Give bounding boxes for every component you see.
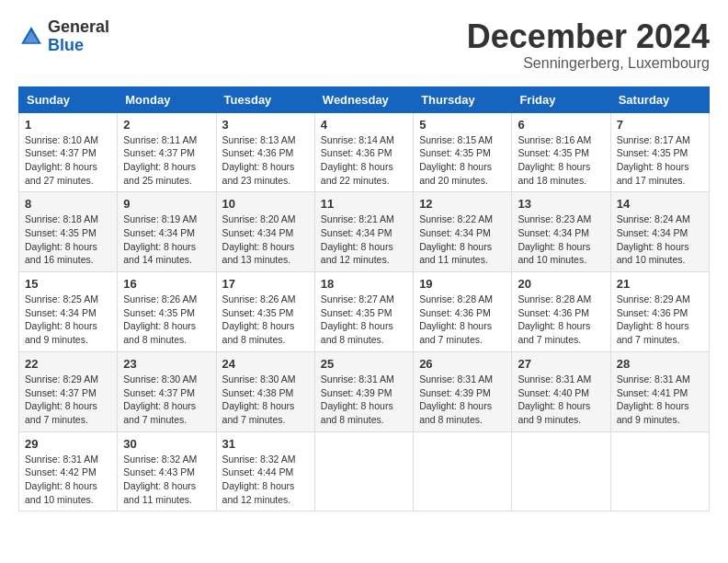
day-number: 10 [222, 197, 309, 211]
day-cell [314, 431, 413, 511]
day-info: Sunrise: 8:19 AMSunset: 4:34 PMDaylight:… [123, 213, 210, 267]
day-cell: 17Sunrise: 8:26 AMSunset: 4:35 PMDayligh… [216, 272, 314, 352]
day-cell: 4Sunrise: 8:14 AMSunset: 4:36 PMDaylight… [314, 112, 413, 192]
day-cell: 25Sunrise: 8:31 AMSunset: 4:39 PMDayligh… [314, 351, 413, 431]
month-title: December 2024 [467, 18, 710, 55]
day-cell: 2Sunrise: 8:11 AMSunset: 4:37 PMDaylight… [118, 112, 216, 192]
day-number: 1 [25, 118, 111, 132]
week-row-2: 8Sunrise: 8:18 AMSunset: 4:35 PMDaylight… [19, 192, 710, 272]
day-number: 17 [222, 277, 309, 291]
day-info: Sunrise: 8:31 AMSunset: 4:39 PMDaylight:… [321, 373, 407, 427]
day-info: Sunrise: 8:14 AMSunset: 4:36 PMDaylight:… [321, 133, 407, 188]
header-wednesday: Wednesday [314, 86, 413, 112]
day-number: 4 [321, 118, 407, 132]
day-info: Sunrise: 8:31 AMSunset: 4:39 PMDaylight:… [419, 373, 506, 427]
day-info: Sunrise: 8:21 AMSunset: 4:34 PMDaylight:… [321, 213, 407, 267]
day-number: 7 [617, 118, 703, 132]
day-cell: 21Sunrise: 8:29 AMSunset: 4:36 PMDayligh… [610, 272, 709, 352]
day-cell: 27Sunrise: 8:31 AMSunset: 4:40 PMDayligh… [512, 351, 610, 431]
day-info: Sunrise: 8:20 AMSunset: 4:34 PMDaylight:… [222, 213, 309, 267]
day-number: 8 [25, 197, 111, 211]
day-info: Sunrise: 8:31 AMSunset: 4:41 PMDaylight:… [617, 373, 703, 427]
day-cell: 18Sunrise: 8:27 AMSunset: 4:35 PMDayligh… [314, 272, 413, 352]
day-cell: 24Sunrise: 8:30 AMSunset: 4:38 PMDayligh… [216, 351, 314, 431]
header-thursday: Thursday [414, 86, 512, 112]
day-info: Sunrise: 8:16 AMSunset: 4:35 PMDaylight:… [518, 133, 604, 188]
day-number: 2 [123, 118, 210, 132]
day-cell: 10Sunrise: 8:20 AMSunset: 4:34 PMDayligh… [216, 192, 314, 272]
location-subtitle: Senningerberg, Luxembourg [467, 55, 710, 72]
day-info: Sunrise: 8:23 AMSunset: 4:34 PMDaylight:… [518, 213, 604, 267]
day-info: Sunrise: 8:32 AMSunset: 4:44 PMDaylight:… [222, 453, 309, 507]
day-cell: 30Sunrise: 8:32 AMSunset: 4:43 PMDayligh… [118, 431, 216, 511]
day-info: Sunrise: 8:30 AMSunset: 4:37 PMDaylight:… [123, 373, 210, 427]
day-info: Sunrise: 8:15 AMSunset: 4:35 PMDaylight:… [419, 133, 506, 188]
day-info: Sunrise: 8:29 AMSunset: 4:36 PMDaylight:… [617, 293, 703, 347]
day-number: 23 [123, 357, 210, 371]
header-friday: Friday [512, 86, 610, 112]
day-number: 24 [222, 357, 309, 371]
day-info: Sunrise: 8:30 AMSunset: 4:38 PMDaylight:… [222, 373, 309, 427]
title-block: December 2024 Senningerberg, Luxembourg [467, 18, 710, 72]
day-number: 9 [123, 197, 210, 211]
day-number: 27 [518, 357, 604, 371]
day-info: Sunrise: 8:31 AMSunset: 4:40 PMDaylight:… [518, 373, 604, 427]
header-sunday: Sunday [19, 86, 118, 112]
day-cell: 3Sunrise: 8:13 AMSunset: 4:36 PMDaylight… [216, 112, 314, 192]
day-cell [414, 431, 512, 511]
day-cell [610, 431, 709, 511]
day-info: Sunrise: 8:28 AMSunset: 4:36 PMDaylight:… [419, 293, 506, 347]
calendar-table: SundayMondayTuesdayWednesdayThursdayFrid… [18, 86, 710, 512]
day-number: 12 [419, 197, 506, 211]
day-info: Sunrise: 8:11 AMSunset: 4:37 PMDaylight:… [123, 133, 210, 188]
day-number: 20 [518, 277, 604, 291]
day-number: 15 [25, 277, 111, 291]
day-cell: 14Sunrise: 8:24 AMSunset: 4:34 PMDayligh… [610, 192, 709, 272]
logo-general: General [48, 17, 109, 36]
logo-text: General Blue [48, 18, 109, 55]
week-row-4: 22Sunrise: 8:29 AMSunset: 4:37 PMDayligh… [19, 351, 710, 431]
day-cell: 22Sunrise: 8:29 AMSunset: 4:37 PMDayligh… [19, 351, 118, 431]
day-info: Sunrise: 8:25 AMSunset: 4:34 PMDaylight:… [25, 293, 111, 347]
header-monday: Monday [118, 86, 216, 112]
day-info: Sunrise: 8:26 AMSunset: 4:35 PMDaylight:… [222, 293, 309, 347]
day-number: 22 [25, 357, 111, 371]
week-row-3: 15Sunrise: 8:25 AMSunset: 4:34 PMDayligh… [19, 272, 710, 352]
week-row-1: 1Sunrise: 8:10 AMSunset: 4:37 PMDaylight… [19, 112, 710, 192]
day-cell: 15Sunrise: 8:25 AMSunset: 4:34 PMDayligh… [19, 272, 118, 352]
day-cell: 29Sunrise: 8:31 AMSunset: 4:42 PMDayligh… [19, 431, 118, 511]
logo-icon [18, 24, 44, 50]
day-cell: 16Sunrise: 8:26 AMSunset: 4:35 PMDayligh… [118, 272, 216, 352]
day-number: 16 [123, 277, 210, 291]
header-tuesday: Tuesday [216, 86, 314, 112]
week-row-5: 29Sunrise: 8:31 AMSunset: 4:42 PMDayligh… [19, 431, 710, 511]
day-number: 13 [518, 197, 604, 211]
page-header: General Blue December 2024 Senningerberg… [18, 18, 710, 72]
day-cell: 8Sunrise: 8:18 AMSunset: 4:35 PMDaylight… [19, 192, 118, 272]
day-cell: 26Sunrise: 8:31 AMSunset: 4:39 PMDayligh… [414, 351, 512, 431]
day-number: 19 [419, 277, 506, 291]
day-number: 21 [617, 277, 703, 291]
day-number: 3 [222, 118, 309, 132]
day-cell: 6Sunrise: 8:16 AMSunset: 4:35 PMDaylight… [512, 112, 610, 192]
day-cell: 1Sunrise: 8:10 AMSunset: 4:37 PMDaylight… [19, 112, 118, 192]
day-cell: 19Sunrise: 8:28 AMSunset: 4:36 PMDayligh… [414, 272, 512, 352]
logo-blue: Blue [48, 36, 84, 54]
logo: General Blue [18, 18, 109, 55]
day-info: Sunrise: 8:29 AMSunset: 4:37 PMDaylight:… [25, 373, 111, 427]
day-cell [512, 431, 610, 511]
day-info: Sunrise: 8:13 AMSunset: 4:36 PMDaylight:… [222, 133, 309, 188]
day-number: 18 [321, 277, 407, 291]
day-number: 6 [518, 118, 604, 132]
day-cell: 31Sunrise: 8:32 AMSunset: 4:44 PMDayligh… [216, 431, 314, 511]
day-info: Sunrise: 8:31 AMSunset: 4:42 PMDaylight:… [25, 453, 111, 507]
day-info: Sunrise: 8:10 AMSunset: 4:37 PMDaylight:… [25, 133, 111, 188]
day-cell: 28Sunrise: 8:31 AMSunset: 4:41 PMDayligh… [610, 351, 709, 431]
day-cell: 20Sunrise: 8:28 AMSunset: 4:36 PMDayligh… [512, 272, 610, 352]
day-number: 28 [617, 357, 703, 371]
day-number: 5 [419, 118, 506, 132]
day-info: Sunrise: 8:18 AMSunset: 4:35 PMDaylight:… [25, 213, 111, 267]
day-cell: 5Sunrise: 8:15 AMSunset: 4:35 PMDaylight… [414, 112, 512, 192]
day-number: 25 [321, 357, 407, 371]
header-saturday: Saturday [610, 86, 709, 112]
